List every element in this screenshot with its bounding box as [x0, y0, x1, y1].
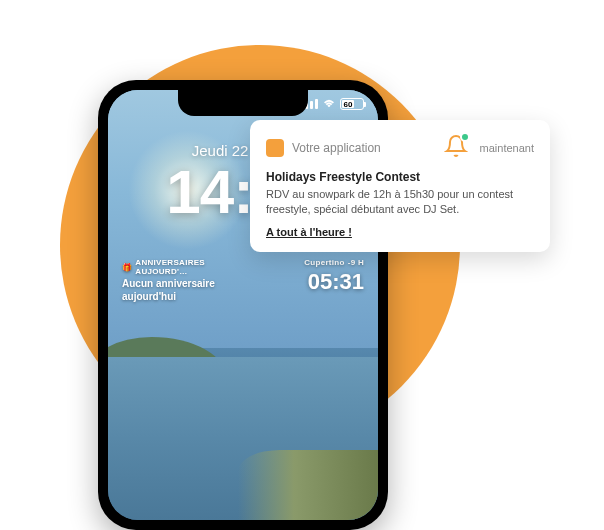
- battery-level: 60: [342, 100, 354, 108]
- notification-time: maintenant: [480, 142, 534, 154]
- widget-birthdays-body: Aucun anniversaire aujourd'hui: [122, 277, 243, 303]
- app-icon: [266, 139, 284, 157]
- notification-card[interactable]: Votre application maintenant Holidays Fr…: [250, 120, 550, 252]
- notification-title: Holidays Freestyle Contest: [266, 170, 534, 184]
- bell-icon: [444, 134, 468, 162]
- notification-dot-icon: [460, 132, 470, 142]
- notification-app-name: Votre application: [292, 141, 436, 155]
- status-bar: 60: [300, 98, 364, 110]
- widget-worldclock[interactable]: Cupertino -9 H 05:31: [243, 258, 364, 303]
- gift-icon: 🎁: [122, 263, 132, 272]
- battery-icon: 60: [340, 98, 364, 110]
- wifi-icon: [322, 99, 336, 109]
- notification-cta[interactable]: A tout à l'heure !: [266, 226, 534, 238]
- worldclock-time: 05:31: [243, 269, 364, 295]
- worldclock-city: Cupertino: [304, 258, 344, 267]
- widget-birthdays-title: ANNIVERSAIRES AUJOURD'…: [135, 258, 243, 276]
- phone-notch: [178, 90, 308, 116]
- widget-birthdays[interactable]: 🎁 ANNIVERSAIRES AUJOURD'… Aucun annivers…: [122, 258, 243, 303]
- worldclock-offset: -9 H: [348, 258, 364, 267]
- notification-body: RDV au snowpark de 12h à 15h30 pour un c…: [266, 187, 534, 218]
